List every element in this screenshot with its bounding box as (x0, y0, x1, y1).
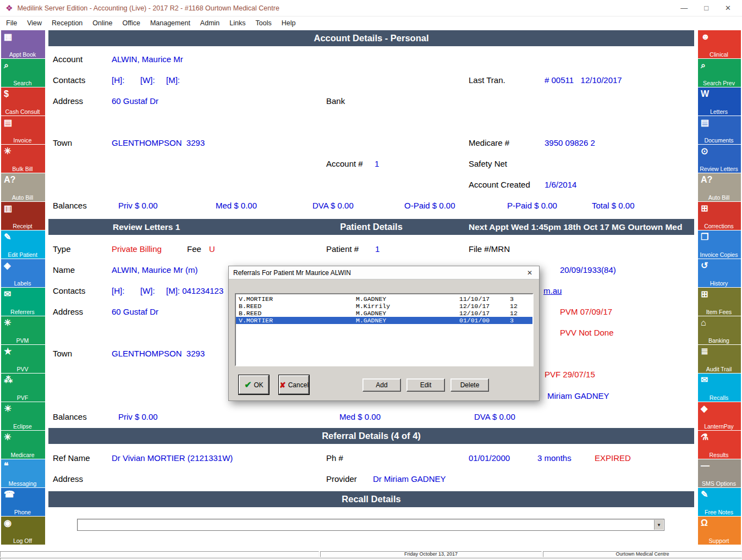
right-support-button[interactable]: ΩSupport (698, 517, 741, 545)
delete-button[interactable]: Delete (450, 378, 489, 392)
patient-town-label: Town (53, 348, 72, 359)
review-letters-button[interactable]: Review Letters 1 (113, 219, 180, 235)
menu-admin[interactable]: Admin (195, 18, 224, 29)
right-auto-bill-button[interactable]: A?Auto Bill (698, 173, 741, 201)
results-icon: ⚗ (701, 432, 708, 442)
left-eclipse-button[interactable]: ☀Eclipse (1, 402, 45, 430)
left-medicare-button[interactable]: ✳Medicare (1, 431, 45, 459)
corrections-icon: ⊞ (701, 204, 708, 213)
email-link[interactable]: m.au (543, 286, 562, 297)
right-item-fees-button[interactable]: ⊞Item Fees (698, 288, 741, 316)
referral-listbox[interactable]: V.MORTIERM.GADNEY11/10/173B.REEDM.Kirril… (235, 293, 534, 366)
pvm-status: PVM 07/09/17 (560, 306, 612, 317)
left-bulk-bill-button[interactable]: ✳Bulk Bill (1, 145, 45, 173)
cancel-button[interactable]: ✘ Cancel (279, 375, 309, 394)
menu-online[interactable]: Online (87, 18, 117, 29)
edit-patient-icon: ✎ (4, 232, 11, 242)
account-details-title: Account Details - Personal (48, 30, 694, 46)
recall-combobox[interactable]: ▼ (77, 519, 664, 531)
left-pvf-button[interactable]: ⁂PVF (1, 374, 45, 402)
edit-button[interactable]: Edit (406, 378, 445, 392)
left-receipt-button[interactable]: ▥Receipt (1, 202, 45, 230)
letters-icon: W (701, 89, 709, 99)
sidebar-button-label: Phone (1, 509, 44, 515)
right-search-prev-button[interactable]: ⌕Search Prev (698, 59, 741, 87)
right-documents-button[interactable]: ▤Documents (698, 116, 741, 144)
left-appt-book-button[interactable]: ▦Appt Book (1, 30, 45, 58)
right-letters-button[interactable]: WLetters (698, 87, 741, 116)
left-pvm-button[interactable]: ✳PVM (1, 316, 45, 344)
sidebar-button-label: Free Notes (698, 509, 740, 515)
sidebar-button-label: Labels (1, 281, 44, 287)
referral-row-referrer: V.MORTIER (236, 295, 356, 303)
mrn-label: File #/MRN (469, 244, 510, 255)
pvv-icon: ★ (4, 347, 12, 356)
right-clinical-button[interactable]: ☻Clinical (698, 30, 741, 58)
right-review-letters-button[interactable]: ⊙Review Letters (698, 145, 741, 173)
balance-med: Med $ 0.00 (216, 200, 257, 211)
status-bar: Friday October 13, 2017 Ourtown Medical … (0, 551, 742, 557)
right-corrections-button[interactable]: ⊞Corrections (698, 202, 741, 230)
dialog-close-button[interactable]: ✕ (525, 269, 535, 277)
dialog-title-bar[interactable]: Referrals For Patient Mr Maurice ALWIN ✕ (229, 266, 539, 279)
account-created-value: 1/6/2014 (545, 179, 576, 190)
referral-row[interactable]: B.REEDM.GADNEY12/10/1712 (236, 310, 532, 317)
status-date: Friday October 13, 2017 (320, 551, 542, 557)
left-log-off-button[interactable]: ◉Log Off (1, 517, 45, 545)
status-centre: Ourtown Medical Centre (543, 551, 742, 557)
menu-view[interactable]: View (22, 18, 47, 29)
next-appt-text[interactable]: Next Appt Wed 1:45pm 18th Oct 17 MG Ourt… (469, 219, 682, 235)
right-free-notes-button[interactable]: ✎Free Notes (698, 488, 741, 516)
right-banking-button[interactable]: ⌂Banking (698, 316, 741, 344)
referral-row[interactable]: B.REEDM.Kirrily12/10/1712 (236, 303, 532, 310)
auto-bill-icon: A? (4, 175, 15, 185)
menu-tools[interactable]: Tools (250, 18, 276, 29)
auto-bill-icon: A? (701, 175, 712, 185)
left-referrers-button[interactable]: ✉Referrers (1, 288, 45, 316)
close-button[interactable]: ✕ (725, 4, 731, 12)
contacts-work: [W]: (140, 75, 155, 86)
ph-label: Ph # (326, 453, 343, 464)
balance-total: Total $ 0.00 (592, 200, 635, 211)
maximize-button[interactable]: □ (704, 4, 708, 12)
usual-provider-value: Miriam GADNEY (547, 391, 609, 402)
referral-row[interactable]: V.MORTIERM.GADNEY11/10/173 (236, 295, 532, 303)
menu-file[interactable]: File (1, 18, 22, 29)
provider-label: Provider (326, 474, 357, 485)
left-labels-button[interactable]: ◈Labels (1, 259, 45, 287)
menu-reception[interactable]: Reception (47, 18, 87, 29)
right-history-button[interactable]: ↺History (698, 259, 741, 287)
clinical-icon: ☻ (701, 32, 710, 42)
right-recalls-button[interactable]: ✉Recalls (698, 374, 741, 402)
add-button[interactable]: Add (362, 378, 401, 392)
referral-row[interactable]: V.MORTIERM.GADNEY01/01/003 (236, 317, 532, 324)
support-icon: Ω (701, 518, 708, 528)
right-audit-trail-button[interactable]: ≣Audit Trail (698, 345, 741, 373)
sidebar-button-label: Documents (698, 138, 740, 144)
ok-button[interactable]: ✔ OK (239, 375, 269, 394)
patient-balance-dva: DVA $ 0.00 (474, 411, 515, 422)
sidebar-button-label: Corrections (698, 223, 740, 229)
balances-label: Balances (53, 200, 87, 211)
address-value: 60 Gustaf Dr (112, 96, 158, 107)
right-results-button[interactable]: ⚗Results (698, 431, 741, 459)
right-lanternpay-button[interactable]: ◆LanternPay (698, 402, 741, 430)
left-search-button[interactable]: ⌕Search (1, 59, 45, 87)
left-invoice-button[interactable]: ▤Invoice (1, 116, 45, 144)
left-messaging-button[interactable]: ❝Messaging (1, 459, 45, 487)
menu-help[interactable]: Help (277, 18, 301, 29)
left-pvv-button[interactable]: ★PVV (1, 345, 45, 373)
left-cash-consult-button[interactable]: $Cash Consult (1, 87, 45, 116)
menu-management[interactable]: Management (145, 18, 195, 29)
sidebar-button-label: Item Fees (698, 309, 740, 315)
menu-office[interactable]: Office (117, 18, 145, 29)
right-invoice-copies-button[interactable]: ❐Invoice Copies (698, 230, 741, 259)
left-phone-button[interactable]: ☎Phone (1, 488, 45, 516)
chevron-down-icon[interactable]: ▼ (654, 520, 663, 530)
left-auto-bill-button[interactable]: A?Auto Bill (1, 173, 45, 201)
minimize-button[interactable]: — (680, 4, 688, 12)
left-edit-patient-button[interactable]: ✎Edit Patient (1, 230, 45, 259)
right-sms-options-button[interactable]: —SMS Options (698, 459, 741, 487)
menu-links[interactable]: Links (224, 18, 250, 29)
labels-icon: ◈ (4, 261, 10, 271)
